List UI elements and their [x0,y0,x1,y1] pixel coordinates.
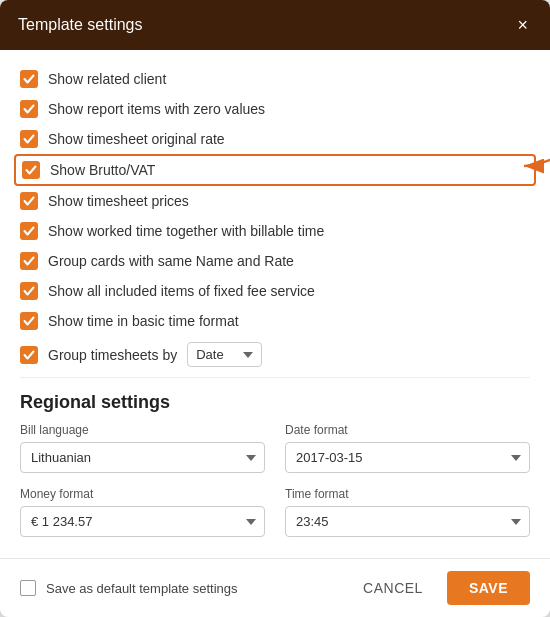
footer-actions: CANCEL SAVE [351,571,530,605]
group-timesheets-select[interactable]: Date Client Project Task [187,342,262,367]
checkbox-label-brutto_vat: Show Brutto/VAT [50,162,155,178]
bill-language-select[interactable]: Lithuanian English German French [20,442,265,473]
checkbox-label-same_name_rate: Group cards with same Name and Rate [48,253,294,269]
checkbox-row-basic_time: Show time in basic time format [20,306,530,336]
checkbox-label-timesheet_prices: Show timesheet prices [48,193,189,209]
modal-header: Template settings × [0,0,550,50]
date-format-group: Date format 2017-03-15 03/15/2017 15.03.… [285,423,530,473]
checkbox-label-billable_time: Show worked time together with billable … [48,223,324,239]
money-format-label: Money format [20,487,265,501]
checkbox-brutto_vat[interactable] [22,161,40,179]
regional-title: Regional settings [20,392,530,413]
checkbox-basic_time[interactable] [20,312,38,330]
divider [20,377,530,378]
checkbox-timesheet_prices[interactable] [20,192,38,210]
footer-left: Save as default template settings [20,580,238,596]
modal-title: Template settings [18,16,143,34]
checkbox-fixed_fee[interactable] [20,282,38,300]
checkbox-row-brutto_vat: Show Brutto/VAT [14,154,536,186]
checkbox-billable_time[interactable] [20,222,38,240]
save-button[interactable]: SAVE [447,571,530,605]
close-button[interactable]: × [513,14,532,36]
group-timesheets-checkbox[interactable] [20,346,38,364]
checkbox-related_client[interactable] [20,70,38,88]
group-timesheets-row: Group timesheets by Date Client Project … [20,336,530,373]
checkbox-row-billable_time: Show worked time together with billable … [20,216,530,246]
checkbox-row-same_name_rate: Group cards with same Name and Rate [20,246,530,276]
time-format-select[interactable]: 23:45 11:45 PM [285,506,530,537]
checkbox-row-timesheet_prices: Show timesheet prices [20,186,530,216]
bill-language-label: Bill language [20,423,265,437]
date-format-select[interactable]: 2017-03-15 03/15/2017 15.03.2017 [285,442,530,473]
template-settings-modal: Template settings × Show related client … [0,0,550,617]
cancel-button[interactable]: CANCEL [351,572,435,604]
checkbox-row-zero_values: Show report items with zero values [20,94,530,124]
checkbox-timesheet_rate[interactable] [20,130,38,148]
time-format-group: Time format 23:45 11:45 PM [285,487,530,537]
checkbox-label-basic_time: Show time in basic time format [48,313,239,329]
modal-body: Show related client Show report items wi… [0,50,550,558]
group-timesheets-label: Group timesheets by [48,347,177,363]
checkbox-row-related_client: Show related client [20,64,530,94]
checkbox-label-timesheet_rate: Show timesheet original rate [48,131,225,147]
bill-language-group: Bill language Lithuanian English German … [20,423,265,473]
time-format-label: Time format [285,487,530,501]
checkboxes-container: Show related client Show report items wi… [20,64,530,336]
checkbox-same_name_rate[interactable] [20,252,38,270]
regional-grid: Bill language Lithuanian English German … [20,423,530,537]
checkbox-label-zero_values: Show report items with zero values [48,101,265,117]
money-format-group: Money format € 1 234.57 € 1,234.57 € 1.2… [20,487,265,537]
save-default-label: Save as default template settings [46,581,238,596]
checkbox-zero_values[interactable] [20,100,38,118]
checkbox-label-fixed_fee: Show all included items of fixed fee ser… [48,283,315,299]
checkbox-label-related_client: Show related client [48,71,166,87]
modal-footer: Save as default template settings CANCEL… [0,558,550,617]
save-default-checkbox[interactable] [20,580,36,596]
checkbox-row-timesheet_rate: Show timesheet original rate [20,124,530,154]
checkbox-row-fixed_fee: Show all included items of fixed fee ser… [20,276,530,306]
date-format-label: Date format [285,423,530,437]
money-format-select[interactable]: € 1 234.57 € 1,234.57 € 1.234,57 [20,506,265,537]
